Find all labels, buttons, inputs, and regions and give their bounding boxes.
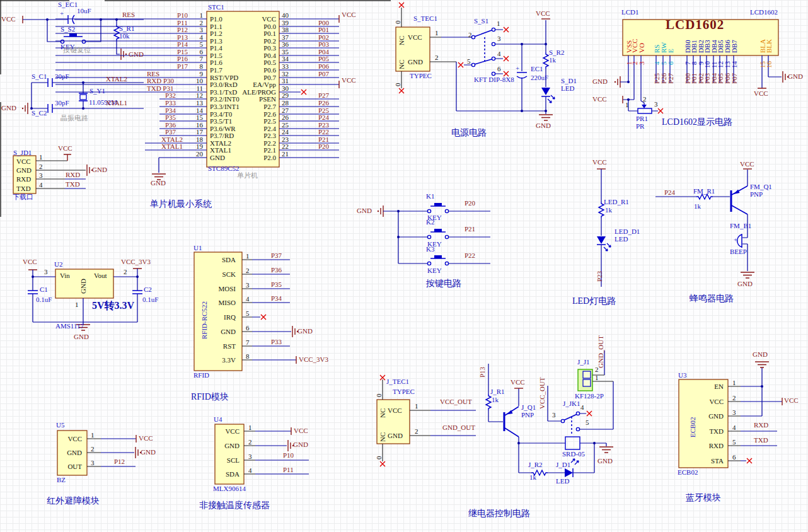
rly-jk-des: J_JK1 xyxy=(563,400,580,407)
pwr-caption: 电源电路 xyxy=(451,129,487,137)
stc-lnum-1: 1 xyxy=(192,11,203,19)
rfid-name-v: RFID-RC522 xyxy=(200,301,208,339)
rly-caption: 继电器控制电路 xyxy=(468,510,530,518)
rly-q-des: J_Q1 xyxy=(521,403,536,411)
bt-num-1: 1 xyxy=(732,379,736,386)
bt-caption: 蓝牙模块 xyxy=(686,494,721,502)
stc-rnum-29: 29 xyxy=(282,91,289,99)
pwr-sw-n4: 4 xyxy=(497,50,501,57)
stc-rnet-p01: P01 xyxy=(318,26,329,33)
stc-lnet-rxd: RXD P30 xyxy=(147,77,174,84)
stc-rnet-p27: P27 xyxy=(318,91,329,99)
pwr-pin-vcc: VCC xyxy=(408,33,422,41)
pwr-des: S_TEC1 xyxy=(413,14,437,22)
stc-rnum-38: 38 xyxy=(282,26,289,33)
rly-num5: 5 xyxy=(586,419,589,426)
reset-gnd: GND xyxy=(129,50,144,58)
bt-rxd: RXD xyxy=(754,421,768,429)
lcd-pot-n3: 3 xyxy=(654,100,658,108)
stc-lnum-12: 12 xyxy=(192,91,203,99)
lcd-num-14: 14 xyxy=(730,61,738,68)
ams-des: U2 xyxy=(54,260,62,268)
led-p23: P23 xyxy=(596,271,603,282)
stc-rpin-31: EA/Vpp xyxy=(213,81,276,88)
bt-des: U3 xyxy=(678,371,686,379)
bt-gnd-top: GND xyxy=(753,350,768,358)
ams-c2-des: C2 xyxy=(144,286,152,293)
jd-rxd: RXD xyxy=(66,171,80,178)
buz-r-val: 1k xyxy=(694,202,701,210)
lcd-pin-vo: VO xyxy=(638,43,645,53)
rfid-num-1: 1 xyxy=(246,252,250,260)
rfid-pin-miso: MISO xyxy=(212,299,236,306)
pwr-led-val: LED xyxy=(561,84,574,92)
pwr-num2: 2 xyxy=(435,54,439,61)
u4-num-2: 2 xyxy=(248,438,252,446)
rfid-num-5: 5 xyxy=(246,309,250,317)
stc-rpin-24: P2.3 xyxy=(213,132,276,139)
pwr-ec1-val: 220uF xyxy=(531,74,548,81)
jd-pin-vcc: VCC xyxy=(16,158,31,165)
rfid-net-p35: P35 xyxy=(271,280,282,288)
pwr-sw-n1: 1 xyxy=(497,20,500,27)
jd-pin-gnd: GND xyxy=(16,166,32,174)
rfid-pin-33v: 3.3V xyxy=(212,356,236,364)
stc-rpin-33: P0.6 xyxy=(213,66,276,74)
stc-comment: 单片机 xyxy=(237,171,258,179)
rly-des: J_TEC1 xyxy=(386,378,409,385)
stc-lnet-p35: P35 xyxy=(165,113,176,121)
stc-lnet-p14: P14 xyxy=(177,40,188,48)
bt-vcc: VCC xyxy=(784,396,799,404)
rfid-pin-irq: IRQ xyxy=(212,313,236,321)
u4-pin-vcc: VCC xyxy=(221,427,240,435)
buz-caption: 蜂鸣器电路 xyxy=(690,295,734,303)
u4-pin-sda: SDA xyxy=(221,470,240,478)
rfid-num-6: 6 xyxy=(246,324,250,332)
rly-r1-val: 1k xyxy=(492,396,499,403)
u4-p11: P11 xyxy=(283,466,294,473)
u5-gnd: GND xyxy=(141,448,156,456)
key-p22: P22 xyxy=(465,252,475,259)
rly-pin-vcc: VCC xyxy=(388,407,402,414)
u4-caption: 非接触温度传感器 xyxy=(199,502,270,509)
rly-0-bot: 0 xyxy=(375,456,383,460)
lcd-pot-n1: 1 xyxy=(625,101,629,108)
stc-rnum-28: 28 xyxy=(282,99,289,107)
bt-num-3: 3 xyxy=(732,408,736,416)
lcd-pin-e: E xyxy=(667,49,674,53)
u5-des: U5 xyxy=(56,421,64,429)
rfid-net-p34: P34 xyxy=(271,294,282,302)
bt-num-2: 2 xyxy=(732,394,736,402)
ams-pin-vin: Vin xyxy=(60,272,70,279)
stc-rnum-22: 22 xyxy=(282,142,289,150)
stc-lnum-8: 8 xyxy=(192,62,203,70)
pwr-0-bot: 0 xyxy=(394,83,401,87)
pwr-r-des: S_R2 xyxy=(549,49,564,56)
rly-pin-gnd: GND xyxy=(388,432,403,439)
pwr-gnd: GND xyxy=(536,122,551,129)
key-p20: P20 xyxy=(465,199,475,207)
u5-pin-out: OUT xyxy=(63,463,82,470)
pwr-nc1: NC xyxy=(398,36,405,45)
rly-vcc: VCC xyxy=(511,378,525,386)
lcd-caption: LCD1602显示电路 xyxy=(662,119,732,126)
rfid-caption: RFID模块 xyxy=(191,393,229,401)
u5-num-2: 2 xyxy=(91,445,95,453)
stc-rnet-p06: P06 xyxy=(318,62,329,70)
u5-name: BZ xyxy=(57,476,66,483)
stc-caption: 单片机最小系统 xyxy=(150,200,212,208)
bt-num-4: 4 xyxy=(732,424,736,431)
rly-q-type: PNP xyxy=(521,411,534,419)
stc-lnum-20: 20 xyxy=(192,150,203,158)
u5-pin-gnd: GND xyxy=(63,449,82,456)
pwr-ec1-des: EC1 xyxy=(531,65,543,72)
bt-name: ECB02 xyxy=(678,468,698,476)
rly-nc1: NC xyxy=(379,408,386,418)
reset-r-val: 10k xyxy=(119,32,130,40)
lcd-num-6: 6 xyxy=(667,62,674,66)
stc-rnum-40: 40 xyxy=(282,11,289,19)
lcd-pot-val: PR xyxy=(636,122,644,130)
u4-num-1: 1 xyxy=(248,424,252,431)
ams-c2-val: 0.1uF xyxy=(142,296,158,303)
stc-lnet-p16: P16 xyxy=(177,55,188,62)
